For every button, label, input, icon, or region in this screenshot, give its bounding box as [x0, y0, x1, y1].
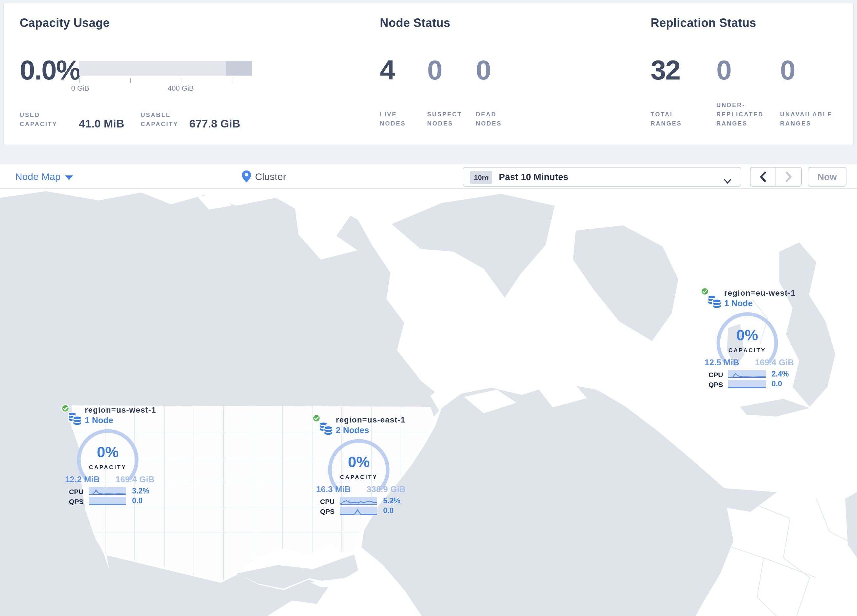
- region-used-capacity: 16.3 MiB: [316, 484, 351, 494]
- node-status-title: Node Status: [380, 16, 450, 30]
- capacity-axis-label-0: 0 GiB: [71, 84, 89, 92]
- region-name: region=us-west-1: [85, 405, 156, 415]
- dead-nodes-count: 0: [476, 54, 490, 86]
- capacity-gauge-arc: [327, 438, 390, 504]
- region-name: region=us-east-1: [336, 415, 405, 425]
- cpu-sparkline: [340, 497, 377, 505]
- capacity-usage-percent: 0.0%: [20, 54, 80, 86]
- step-back-button[interactable]: [750, 168, 776, 186]
- capacity-gauge-label: CAPACITY: [716, 347, 779, 354]
- qps-value: 0.0: [772, 380, 782, 388]
- time-range-select[interactable]: 10m Past 10 Minutes: [463, 167, 741, 187]
- cpu-value: 5.2%: [383, 497, 400, 505]
- node-map[interactable]: region=us-west-1 1 Node 0% CAPACITY 12.2…: [0, 188, 857, 616]
- capacity-axis-tick: [130, 78, 131, 83]
- map-toolbar: Node Map Cluster 10m Past 10 Minutes Now: [0, 164, 857, 188]
- qps-label: QPS: [320, 507, 334, 515]
- database-icon: [67, 410, 83, 430]
- live-nodes-label: LIVE NODES: [380, 110, 421, 128]
- time-range-badge: 10m: [470, 171, 492, 184]
- chevron-down-icon: [724, 175, 732, 187]
- cpu-label: CPU: [708, 371, 723, 378]
- region-used-capacity: 12.5 MiB: [704, 357, 739, 367]
- cpu-sparkline: [728, 370, 766, 378]
- capacity-gauge-percent: 0%: [327, 453, 390, 471]
- cpu-sparkline: [89, 487, 126, 495]
- capacity-usage-bar: [79, 61, 252, 76]
- capacity-axis-tick: [233, 78, 233, 83]
- region-marker-us-east-1[interactable]: region=us-east-1 2 Nodes 0% CAPACITY 16.…: [312, 413, 411, 519]
- under-replicated-ranges-label: UNDER-REPLICATED RANGES: [716, 100, 774, 128]
- suspect-nodes-count: 0: [427, 54, 442, 86]
- under-replicated-ranges-count: 0: [716, 54, 731, 86]
- total-ranges-label: TOTAL RANGES: [651, 110, 690, 128]
- region-total-capacity: 169.4 GiB: [115, 474, 155, 484]
- capacity-gauge-arc: [716, 312, 779, 377]
- total-ranges-count: 32: [651, 54, 680, 86]
- time-step-controls: [750, 167, 802, 187]
- cpu-value: 2.4%: [772, 370, 789, 378]
- capacity-axis-tick: [79, 78, 79, 83]
- region-nodes-link[interactable]: 2 Nodes: [336, 425, 369, 435]
- capacity-usage-title: Capacity Usage: [20, 16, 110, 30]
- cpu-label: CPU: [69, 488, 84, 496]
- capacity-gauge-percent: 0%: [76, 443, 139, 461]
- time-range-label: Past 10 Minutes: [499, 171, 568, 182]
- region-marker-eu-west-1[interactable]: region=eu-west-1 1 Node 0% CAPACITY 12.5…: [701, 287, 799, 392]
- region-nodes-link[interactable]: 1 Node: [85, 415, 113, 425]
- qps-sparkline: [89, 497, 126, 505]
- cpu-value: 3.2%: [132, 487, 149, 495]
- suspect-nodes-label: SUSPECT NODES: [427, 110, 470, 128]
- capacity-usage-bar-reserved: [226, 61, 252, 76]
- live-nodes-count: 4: [380, 54, 394, 86]
- usable-capacity-label: USABLE CAPACITY: [141, 110, 187, 129]
- region-name: region=eu-west-1: [724, 289, 795, 298]
- used-capacity-label: USED CAPACITY: [20, 110, 66, 129]
- usable-capacity-value: 677.8 GiB: [189, 117, 240, 131]
- chevron-down-icon: [65, 176, 73, 180]
- dead-nodes-label: DEAD NODES: [476, 110, 513, 128]
- used-capacity-value: 41.0 MiB: [79, 117, 124, 131]
- breadcrumb[interactable]: Cluster: [255, 171, 286, 182]
- capacity-gauge-label: CAPACITY: [327, 474, 390, 480]
- qps-label: QPS: [708, 380, 723, 388]
- database-icon: [318, 420, 334, 440]
- capacity-axis-tick: [181, 78, 181, 83]
- capacity-gauge-percent: 0%: [716, 327, 779, 344]
- region-nodes-link[interactable]: 1 Node: [724, 298, 753, 308]
- database-icon: [707, 293, 722, 313]
- qps-value: 0.0: [132, 497, 142, 505]
- region-total-capacity: 169.4 GiB: [755, 357, 794, 367]
- world-map: [0, 188, 857, 616]
- unavailable-ranges-count: 0: [780, 54, 795, 86]
- cluster-summary-panel: Capacity Usage 0.0% 0 GiB 400 GiB USED C…: [3, 3, 854, 145]
- region-total-capacity: 338.9 GiB: [367, 484, 405, 494]
- qps-sparkline: [340, 506, 377, 514]
- qps-value: 0.0: [383, 506, 394, 514]
- replication-status-title: Replication Status: [651, 16, 756, 30]
- step-forward-button[interactable]: [776, 168, 801, 186]
- now-button[interactable]: Now: [808, 167, 846, 187]
- location-pin-icon: [242, 170, 251, 185]
- view-selector-dropdown[interactable]: Node Map: [15, 171, 60, 182]
- capacity-gauge-label: CAPACITY: [76, 464, 139, 471]
- qps-label: QPS: [69, 497, 84, 505]
- region-used-capacity: 12.2 MiB: [65, 474, 100, 484]
- cpu-label: CPU: [320, 497, 334, 505]
- capacity-axis-label-400: 400 GiB: [168, 84, 194, 92]
- unavailable-ranges-label: UNAVAILABLE RANGES: [780, 110, 841, 128]
- capacity-gauge-arc: [76, 428, 139, 494]
- region-marker-us-west-1[interactable]: region=us-west-1 1 Node 0% CAPACITY 12.2…: [61, 403, 160, 509]
- qps-sparkline: [728, 380, 766, 388]
